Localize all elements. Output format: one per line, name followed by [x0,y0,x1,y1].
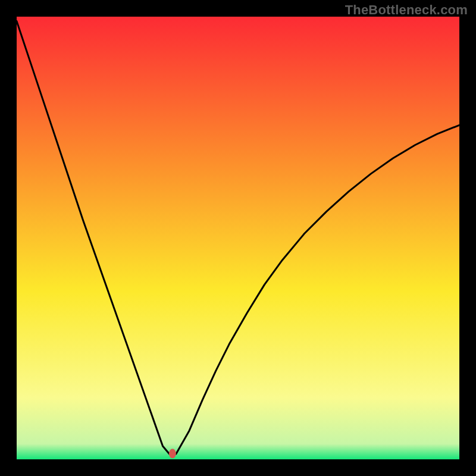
chart-frame: TheBottleneck.com [0,0,476,476]
plot-area [17,17,459,459]
gradient-background [17,17,459,459]
watermark-text: TheBottleneck.com [345,2,468,18]
optimal-point-marker [169,449,176,458]
bottleneck-chart [17,17,459,459]
